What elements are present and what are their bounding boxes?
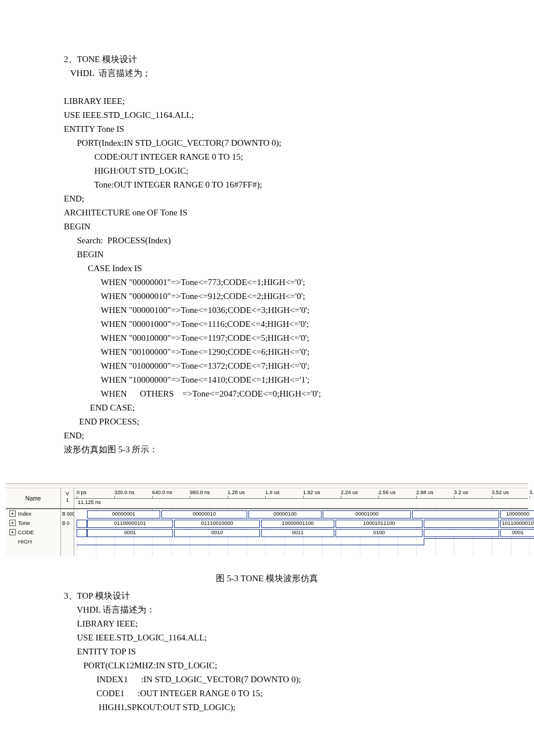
time-tick-label: 3.8 [529, 489, 534, 495]
expand-icon[interactable]: + [9, 510, 16, 517]
code-line: ENTITY TOP IS [64, 645, 470, 658]
bus-segment [77, 529, 87, 537]
bus-segment: 0010 [174, 529, 260, 537]
code-line: PORT(Index:IN STD_LOGIC_VECTOR(7 DOWNTO … [64, 136, 470, 150]
section2-subheading: VHDL 语言描述为； [64, 66, 470, 80]
code-line: LIBRARY IEEE; [64, 94, 470, 108]
code-line: WHEN "00000100"=>Tone<=1036;CODE<=3;HIGH… [64, 303, 470, 317]
bus-segment [424, 520, 499, 528]
expand-icon[interactable]: + [9, 520, 16, 526]
code-line: USE IEEE.STD_LOGIC_1164.ALL; [64, 108, 470, 122]
bus-segment: 10001011100 [335, 520, 423, 528]
code-line: END CASE; [64, 401, 470, 415]
code-line: WHEN "00000010"=>Tone<=912;CODE<=2;HIGH<… [64, 289, 470, 303]
bus-segment [424, 529, 499, 537]
code-line: HIGH1,SPKOUT:OUT STD_LOGIC); [64, 700, 470, 714]
signal-row-name[interactable]: +Tone [6, 519, 60, 528]
code-line: WHEN OTHERS =>Tone<=2047;CODE<=0;HIGH<='… [64, 387, 470, 401]
time-tick-label: 1.28 us [228, 489, 245, 495]
code-line: WHEN "00010000"=>Tone<=1197;CODE<=5;HIGH… [64, 331, 470, 345]
waveform-value-header: V 1 [61, 488, 74, 508]
code-line: END PROCESS; [64, 415, 470, 429]
code-line: Search: PROCESS(Index) [64, 233, 470, 247]
code-line: CODE1 :OUT INTEGER RANGE 0 TO 15; [64, 686, 470, 700]
code-line: PORT(CLK12MHZ:IN STD_LOGIC; [64, 658, 470, 672]
time-tick-label: 640.0 ns [152, 489, 172, 495]
bus-segment: 00000100 [248, 510, 322, 519]
code-line: HIGH:OUT STD_LOGIC; [64, 164, 470, 178]
bus-segment [77, 520, 87, 528]
bus-segment: 10000001100 [261, 520, 334, 528]
waveform-name-header: Name [6, 488, 61, 508]
code-line: CODE:OUT INTEGER RANGE 0 TO 15; [64, 150, 470, 164]
time-tick-label: 2.88 us [416, 489, 434, 495]
bus-segment: 00000001 [87, 510, 160, 519]
bus-segment: 0001 [500, 529, 534, 537]
signal-waveform: 0000000100000010000001000000100010000000 [74, 509, 528, 519]
code-line: LIBRARY IEEE; [64, 617, 470, 631]
code-line: WHEN "00100000"=>Tone<=1290;CODE<=6;HIGH… [64, 345, 470, 359]
bus-segment: 10000000 [500, 510, 534, 519]
bus-segment: 01100000101 [87, 520, 173, 528]
signal-waveform: 0110000010101110010000100000011001000101… [74, 519, 528, 528]
code-line: END; [64, 192, 470, 206]
signal-row-value [61, 528, 74, 537]
bus-segment: 00001000 [323, 510, 411, 519]
code-line: Tone:OUT INTEGER RANGE 0 TO 16#7FF#); [64, 178, 470, 192]
signal-row-name[interactable]: +Index [6, 509, 60, 519]
bus-segment: 0100 [335, 529, 423, 537]
code-line: WHEN "10000000"=>Tone<=1410;CODE<=1;HIGH… [64, 373, 470, 387]
code-line: ENTITY Tone IS [64, 122, 470, 136]
signal-row-value: B 0 [61, 519, 74, 528]
time-tick-label: 2.24 us [341, 489, 358, 495]
code-line: USE IEEE.STD_LOGIC_1164.ALL; [64, 631, 470, 645]
code-line: WHEN "00000001"=>Tone<=773;CODE<=1;HIGH<… [64, 275, 470, 289]
signal-waveform [74, 537, 528, 546]
signal-row-name[interactable]: HIGH [6, 537, 60, 546]
signal-row-value: B 00000001 [61, 509, 74, 519]
section3-heading: 3、TOP 模块设计 [64, 589, 470, 603]
code-line: BEGIN [64, 247, 470, 261]
time-ruler: 0 ps320.0 ns640.0 ns960.0 ns1.28 us1.6 u… [74, 488, 528, 499]
code-line: END; [64, 429, 470, 442]
code-line: INDEX1 :IN STD_LOGIC_VECTOR(7 DOWNTO 0); [64, 672, 470, 686]
time-tick-label: 1.92 us [303, 489, 320, 495]
bus-segment [412, 510, 499, 519]
code-line: BEGIN [64, 219, 470, 233]
figure-caption: 图 5-3 TONE 模块波形仿真 [64, 573, 470, 584]
bus-segment: 01110010000 [174, 520, 260, 528]
bus-segment: 0001 [87, 529, 173, 537]
time-tick-label: 1.6 us [265, 489, 280, 495]
waveform-viewer: Name V 1 0 ps320.0 ns640.0 ns960.0 ns1.2… [6, 483, 528, 556]
time-tick-label: 2.56 us [378, 489, 396, 495]
time-tick-label: 960.0 ns [190, 489, 210, 495]
time-tick-label: 320.0 ns [114, 489, 135, 495]
time-tick-label: 3.2 us [454, 489, 468, 495]
signal-row-name[interactable]: +CODE [6, 528, 60, 537]
code-line: CASE Index IS [64, 261, 470, 275]
code-line: VHDL 语言描述为： [64, 603, 470, 617]
code-line: WHEN "01000000"=>Tone<=1372;CODE<=7;HIGH… [64, 359, 470, 373]
bus-segment: 0011 [261, 529, 334, 537]
blank [64, 80, 470, 94]
after-code-text: 波形仿真如图 5-3 所示： [64, 442, 470, 456]
expand-icon[interactable]: + [9, 529, 16, 535]
time-tick-label: 0 ps [77, 489, 86, 495]
signal-waveform: 00010010001101000001 [74, 528, 528, 537]
code-line: ARCHITECTURE one OF Tone IS [64, 206, 470, 219]
time-tick-label: 3.52 us [492, 489, 509, 495]
section2-heading: 2、TONE 模块设计 [64, 52, 470, 66]
signal-row-value [61, 537, 74, 546]
bus-segment: 00000010 [161, 510, 247, 519]
bus-segment: 10110000010 [500, 520, 534, 528]
cursor-time-label: 11.125 ns [78, 499, 101, 505]
code-line: WHEN "00001000"=>Tone<=1116;CODE<=4;HIGH… [64, 317, 470, 331]
